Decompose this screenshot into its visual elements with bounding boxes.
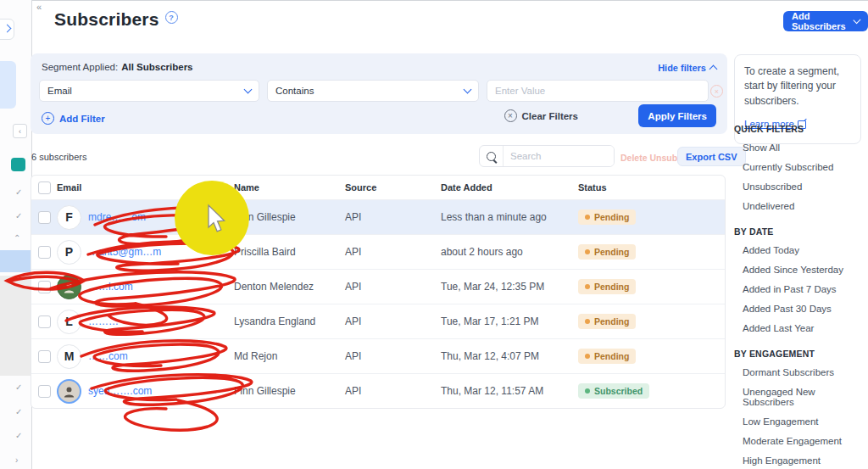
status-badge: Pending bbox=[578, 244, 636, 260]
table-row[interactable]: P …ant5@gm…m Priscilla Baird API about 2… bbox=[31, 235, 725, 270]
clear-filters-label: Clear Filters bbox=[522, 111, 578, 121]
column-status: Status bbox=[578, 182, 725, 193]
name-cell: Priscilla Baird bbox=[234, 246, 345, 258]
hide-filters-label: Hide filters bbox=[658, 63, 706, 73]
sidebar-filter-item[interactable]: Low Engagement bbox=[734, 411, 868, 431]
date-added-cell: Tue, Mar 17, 1:21 PM bbox=[441, 315, 578, 327]
source-cell: API bbox=[345, 385, 441, 397]
remove-filter-icon[interactable]: × bbox=[710, 85, 723, 98]
search-input[interactable] bbox=[504, 146, 614, 166]
add-filter-label: Add Filter bbox=[59, 114, 105, 124]
sidebar-filter-item[interactable]: Moderate Engagement bbox=[734, 431, 868, 450]
add-subscribers-button[interactable]: Add Subscribers bbox=[783, 11, 868, 31]
email-link[interactable]: syed…….com bbox=[88, 385, 152, 397]
sidebar-filter-item[interactable]: Undelivered bbox=[734, 196, 868, 215]
table-row[interactable]: F mdre……om Finn Gillespie API Less than … bbox=[31, 200, 725, 235]
subscriber-count: 6 subscribers bbox=[31, 152, 86, 162]
status-cell: Pending bbox=[578, 279, 725, 294]
select-all-checkbox[interactable] bbox=[38, 181, 51, 194]
clear-filters-button[interactable]: × Clear Filters bbox=[504, 109, 578, 122]
filter-condition-select[interactable]: Contains bbox=[267, 80, 479, 102]
search-box[interactable] bbox=[479, 145, 615, 167]
status-cell: Subscribed bbox=[578, 383, 725, 399]
avatar bbox=[57, 379, 81, 404]
collapse-sidebar-icon[interactable]: « bbox=[36, 2, 42, 12]
filter-panel: Segment Applied:All Subscribers Hide fil… bbox=[31, 53, 727, 134]
quick-filters-panel: QUICK FILTERSShow AllCurrently Subscribe… bbox=[734, 113, 868, 469]
avatar: M bbox=[57, 344, 81, 369]
source-cell: API bbox=[345, 211, 441, 223]
sidebar-filter-item[interactable]: Added Last Year bbox=[734, 318, 868, 338]
sidebar-filter-item[interactable]: Added Today bbox=[734, 240, 868, 260]
table-row[interactable]: syed…….com Finn Gillespie API Thu, Mar 1… bbox=[31, 374, 725, 408]
apply-filters-button[interactable]: Apply Filters bbox=[638, 104, 716, 127]
avatar: L bbox=[57, 310, 81, 334]
hide-filters-link[interactable]: Hide filters bbox=[658, 63, 716, 73]
source-cell: API bbox=[345, 281, 441, 293]
row-checkbox[interactable] bbox=[38, 281, 51, 293]
sidebar-filter-item[interactable]: Dormant Subscribers bbox=[734, 362, 868, 382]
table-row[interactable]: ……l.com Denton Melendez API Tue, Mar 24,… bbox=[31, 270, 725, 304]
date-added-cell: Tue, Mar 24, 12:35 PM bbox=[441, 281, 578, 293]
sidebar-filter-item[interactable]: Currently Subscribed bbox=[734, 157, 868, 176]
filter-value-input[interactable] bbox=[487, 80, 709, 102]
date-added-cell: Thu, Mar 12, 11:57 AM bbox=[441, 385, 578, 397]
source-cell: API bbox=[345, 315, 441, 327]
email-link[interactable]: ……com bbox=[88, 350, 128, 362]
chevron-up-icon bbox=[709, 65, 718, 74]
sidebar-filter-item[interactable]: Show All bbox=[734, 137, 868, 157]
status-badge: Pending bbox=[578, 349, 636, 364]
add-subscribers-label: Add Subscribers bbox=[792, 11, 849, 31]
name-cell: Finn Gillespie bbox=[234, 385, 345, 397]
email-cell: P …ant5@gm…m bbox=[57, 240, 234, 265]
row-checkbox[interactable] bbox=[38, 246, 51, 259]
sidebar-filter-item[interactable]: High Engagement bbox=[734, 450, 868, 469]
add-filter-link[interactable]: + Add Filter bbox=[42, 112, 105, 125]
chevron-down-icon bbox=[244, 86, 253, 94]
table-row[interactable]: M ……com Md Rejon API Thu, Mar 12, 4:07 P… bbox=[31, 339, 725, 374]
sidebar-section-heading: BY ENGAGEMENT bbox=[734, 349, 868, 359]
row-checkbox[interactable] bbox=[38, 315, 51, 328]
panel-back-icon[interactable]: ‹ bbox=[13, 124, 27, 138]
sidebar-filter-item[interactable]: Unengaged New Subscribers bbox=[734, 382, 868, 411]
panel-expand-icon[interactable] bbox=[0, 19, 14, 40]
chevron-down-icon bbox=[464, 86, 472, 94]
sidebar-filter-item[interactable]: Unsubscribed bbox=[734, 176, 868, 196]
column-date-added: Date Added bbox=[441, 182, 578, 193]
help-icon[interactable]: ? bbox=[165, 11, 178, 24]
panel-selected-row bbox=[0, 250, 31, 272]
status-dot-icon bbox=[585, 388, 590, 394]
avatar bbox=[57, 275, 81, 299]
name-cell: Finn Gillespie bbox=[234, 211, 345, 223]
check-icon: ✓ bbox=[15, 383, 22, 392]
sidebar-filter-item[interactable]: Added Since Yesterday bbox=[734, 260, 868, 279]
filter-row: Email Contains bbox=[39, 80, 709, 102]
email-link[interactable]: ……l.com bbox=[88, 281, 133, 293]
source-cell: API bbox=[345, 350, 441, 362]
status-badge: Pending bbox=[578, 209, 636, 225]
sidebar-filter-item[interactable]: Added Past 30 Days bbox=[734, 299, 868, 318]
email-link[interactable]: …ant5@gm…m bbox=[88, 246, 161, 258]
status-badge: Pending bbox=[578, 279, 636, 294]
status-dot-icon bbox=[585, 319, 590, 324]
subscribers-table: Email Name Source Date Added Status F md… bbox=[31, 175, 726, 409]
email-link[interactable]: mdre……om bbox=[88, 211, 146, 223]
email-link[interactable]: ……… bbox=[88, 315, 119, 327]
column-email: Email bbox=[57, 182, 234, 193]
table-header-row: Email Name Source Date Added Status bbox=[31, 176, 725, 200]
row-checkbox[interactable] bbox=[38, 350, 51, 363]
date-added-cell: Less than a minute ago bbox=[441, 211, 578, 223]
status-dot-icon bbox=[585, 284, 590, 289]
status-dot-icon bbox=[585, 249, 590, 254]
table-row[interactable]: L ……… Lysandra England API Tue, Mar 17, … bbox=[31, 304, 725, 339]
avatar: F bbox=[57, 205, 81, 230]
sidebar-filter-item[interactable]: Added in Past 7 Days bbox=[734, 279, 868, 299]
filter-field-select[interactable]: Email bbox=[39, 80, 259, 102]
segment-applied: Segment Applied:All Subscribers bbox=[42, 62, 193, 72]
row-checkbox[interactable] bbox=[38, 385, 51, 398]
panel-teal-badge bbox=[11, 158, 25, 171]
panel-blue-card bbox=[0, 61, 16, 109]
search-icon bbox=[480, 146, 504, 166]
row-checkbox[interactable] bbox=[38, 211, 51, 224]
email-cell: M ……com bbox=[57, 344, 234, 369]
